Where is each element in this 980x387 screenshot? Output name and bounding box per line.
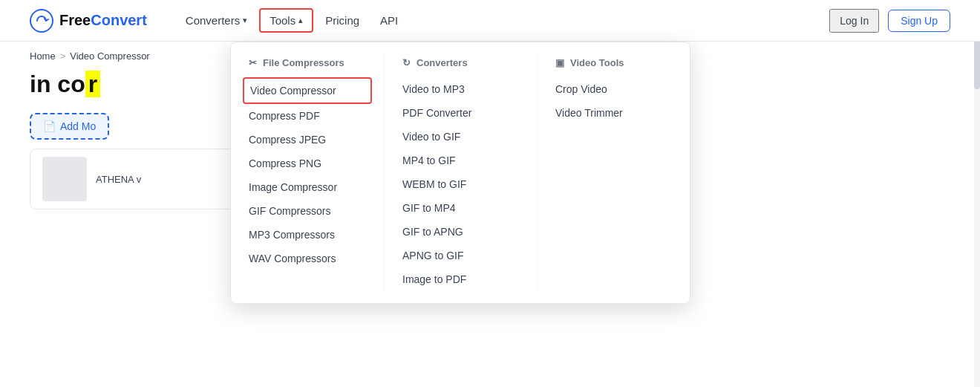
menu-compress-pdf[interactable]: Compress PDF <box>243 104 372 128</box>
logo-text: FreeConvert <box>59 12 147 29</box>
menu-video-to-mp3[interactable]: Video to MP3 <box>396 77 525 101</box>
menu-mp4-to-gif[interactable]: MP4 to GIF <box>396 149 525 172</box>
menu-gif-to-mp4[interactable]: GIF to MP4 <box>396 196 525 220</box>
nav-tools[interactable]: Tools ▴ <box>259 8 313 33</box>
menu-compress-jpeg[interactable]: Compress JPEG <box>243 128 372 152</box>
file-compressors-header: ✂ File Compressors <box>243 54 372 77</box>
video-tools-header: ▣ Video Tools <box>549 54 678 77</box>
converters-chevron-icon: ▾ <box>243 16 247 25</box>
menu-gif-compressors[interactable]: GIF Compressors <box>243 199 372 223</box>
breadcrumb-separator: > <box>60 51 66 62</box>
heading-highlight: r <box>85 71 100 97</box>
header: FreeConvert Converters ▾ Tools ▴ Pricing… <box>0 0 980 42</box>
menu-mp3-compressors[interactable]: MP3 Compressors <box>243 223 372 247</box>
menu-pdf-converter[interactable]: PDF Converter <box>396 101 525 125</box>
nav-api[interactable]: API <box>371 10 407 31</box>
menu-image-to-pdf[interactable]: Image to PDF <box>396 267 525 291</box>
scrollbar[interactable] <box>974 0 980 387</box>
file-compressors-column: ✂ File Compressors Video Compressor Comp… <box>231 54 384 291</box>
header-actions: Log In Sign Up <box>829 9 950 33</box>
video-tools-column: ▣ Video Tools Crop Video Video Trimmer <box>537 54 690 291</box>
file-compressors-label: File Compressors <box>263 57 344 68</box>
menu-apng-to-gif[interactable]: APNG to GIF <box>396 244 525 267</box>
menu-gif-to-apng[interactable]: GIF to APNG <box>396 220 525 244</box>
converters-header-icon: ↻ <box>402 57 411 68</box>
menu-wav-compressors[interactable]: WAV Compressors <box>243 247 372 270</box>
heading-text: in cor <box>30 71 100 97</box>
menu-video-compressor[interactable]: Video Compressor <box>243 77 372 104</box>
breadcrumb-current: Video Compressor <box>70 51 149 62</box>
file-name: ATHENA v <box>96 174 141 185</box>
nav-pricing[interactable]: Pricing <box>316 10 368 31</box>
breadcrumb-home[interactable]: Home <box>30 51 56 62</box>
menu-image-compressor[interactable]: Image Compressor <box>243 175 372 199</box>
menu-compress-png[interactable]: Compress PNG <box>243 152 372 175</box>
menu-video-to-gif[interactable]: Video to GIF <box>396 125 525 149</box>
converters-column: ↻ Converters Video to MP3 PDF Converter … <box>384 54 537 291</box>
freeconvert-logo-icon <box>30 9 53 33</box>
logo[interactable]: FreeConvert <box>30 9 147 33</box>
converters-header: ↻ Converters <box>396 54 525 77</box>
converters-label: Converters <box>416 57 468 68</box>
menu-webm-to-gif[interactable]: WEBM to GIF <box>396 172 525 196</box>
svg-point-0 <box>30 10 53 32</box>
dropdown-columns: ✂ File Compressors Video Compressor Comp… <box>231 54 690 291</box>
file-thumbnail <box>42 157 87 201</box>
add-more-label: Add Mo <box>60 120 96 132</box>
video-tools-icon: ▣ <box>555 57 564 68</box>
main-nav: Converters ▾ Tools ▴ Pricing API <box>177 8 829 33</box>
video-tools-label: Video Tools <box>570 57 624 68</box>
tools-chevron-icon: ▴ <box>298 16 303 25</box>
menu-video-trimmer[interactable]: Video Trimmer <box>549 101 678 125</box>
menu-crop-video[interactable]: Crop Video <box>549 77 678 101</box>
file-compressors-icon: ✂ <box>249 57 257 68</box>
nav-converters[interactable]: Converters ▾ <box>177 10 256 31</box>
tools-dropdown: ✂ File Compressors Video Compressor Comp… <box>230 42 690 304</box>
login-button[interactable]: Log In <box>829 9 879 33</box>
add-more-icon: 📄 <box>43 120 56 132</box>
add-more-button[interactable]: 📄 Add Mo <box>30 113 109 140</box>
signup-button[interactable]: Sign Up <box>888 10 950 32</box>
